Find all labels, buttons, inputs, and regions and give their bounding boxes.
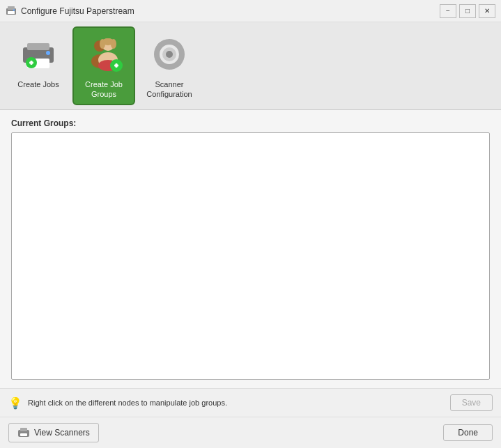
svg-rect-1: [8, 6, 15, 10]
create-job-groups-icon: [84, 35, 123, 74]
scanner-configuration-button[interactable]: Scanner Configuration: [138, 26, 201, 105]
hint-icon: 💡: [8, 396, 22, 410]
create-jobs-icon-area: [16, 32, 61, 77]
svg-point-24: [166, 51, 173, 58]
svg-rect-34: [20, 428, 27, 431]
hint-text-area: 💡 Right click on the different nodes to …: [8, 396, 227, 410]
create-jobs-button[interactable]: Create Jobs: [7, 26, 70, 105]
svg-rect-2: [8, 11, 15, 14]
hint-text: Right click on the different nodes to ma…: [28, 399, 227, 407]
save-button[interactable]: Save: [450, 394, 493, 411]
svg-rect-10: [31, 61, 33, 65]
titlebar-left: Configure Fujitsu Paperstream: [6, 6, 134, 17]
app-icon: [6, 6, 17, 17]
create-job-groups-button[interactable]: Create Job Groups: [72, 26, 135, 105]
svg-rect-26: [167, 65, 171, 69]
current-groups-label: Current Groups:: [11, 118, 490, 128]
groups-listbox[interactable]: [11, 132, 490, 380]
toolbar: Create Jobs: [0, 22, 501, 110]
svg-rect-25: [167, 40, 171, 44]
scanner-config-icon-area: [147, 32, 192, 77]
create-job-groups-icon-area: [82, 32, 126, 77]
svg-rect-21: [116, 63, 118, 68]
minimize-button[interactable]: −: [440, 4, 456, 18]
svg-point-7: [46, 51, 50, 55]
hint-bar: 💡 Right click on the different nodes to …: [0, 388, 501, 417]
view-scanners-label: View Scanners: [34, 428, 90, 438]
create-job-groups-label: Create Job Groups: [77, 79, 131, 100]
svg-point-15: [100, 39, 105, 49]
titlebar-controls: − □ ✕: [440, 4, 495, 18]
svg-rect-35: [20, 433, 27, 436]
close-button[interactable]: ✕: [479, 4, 495, 18]
scanner-config-label: Scanner Configuration: [142, 79, 196, 100]
svg-point-3: [13, 9, 15, 10]
svg-point-16: [111, 39, 116, 49]
svg-rect-5: [27, 43, 49, 50]
svg-rect-28: [180, 52, 184, 56]
titlebar: Configure Fujitsu Paperstream − □ ✕: [0, 0, 501, 22]
create-jobs-label: Create Jobs: [17, 79, 59, 89]
svg-rect-27: [155, 52, 159, 56]
bottom-bar: View Scanners Done: [0, 417, 501, 448]
maximize-button[interactable]: □: [459, 4, 476, 18]
create-jobs-icon: [19, 35, 58, 74]
done-button[interactable]: Done: [443, 424, 493, 441]
view-scanners-button[interactable]: View Scanners: [8, 423, 99, 442]
scanner-config-icon: [150, 35, 189, 74]
view-scanners-icon: [17, 426, 30, 439]
main-content: Current Groups:: [0, 110, 501, 388]
window-title: Configure Fujitsu Paperstream: [21, 6, 134, 16]
